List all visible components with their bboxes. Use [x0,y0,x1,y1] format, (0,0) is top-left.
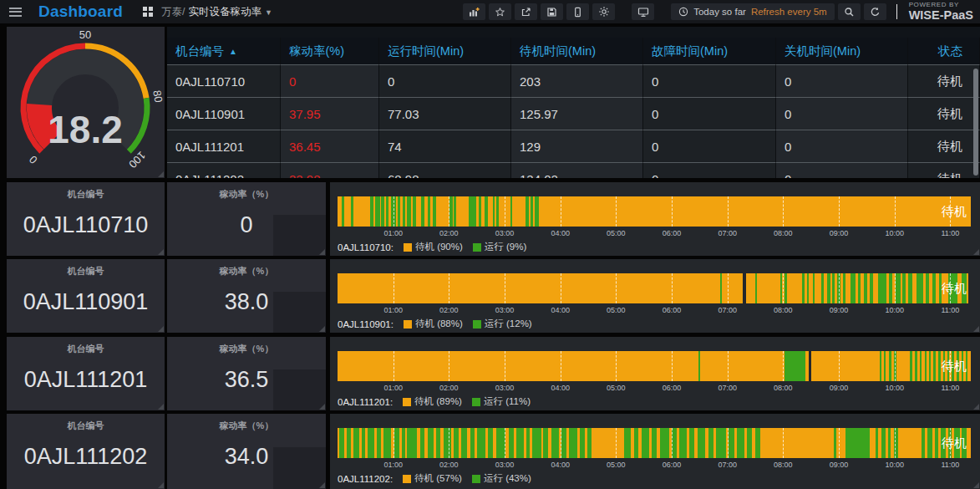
hour-gridline [895,351,896,381]
dashboards-grid-icon[interactable] [143,7,153,17]
legend-item[interactable]: 运行 (11%) [472,395,531,408]
panel-resize-handle[interactable] [319,326,325,332]
utilization-rate-panel: 稼动率（%）38.0 [167,259,326,333]
table-header-cell[interactable]: 机台编号▲ [167,38,281,65]
run-segment [755,273,757,303]
table-cell: 0AJL110901 [167,98,281,130]
panel-resize-handle[interactable] [158,326,164,332]
app-title: Dashboard [38,3,123,21]
run-segment [922,428,925,458]
add-panel-icon [469,7,480,18]
kiosk-mode-button[interactable] [632,3,654,20]
table-header-cell[interactable]: 运行时间(Min) [379,38,511,65]
search-icon [844,7,855,18]
legend-swatch [404,243,412,252]
panel-resize-handle[interactable] [973,249,979,255]
panel-resize-handle[interactable] [973,482,979,488]
breadcrumb-org: 万泰/ [161,5,185,19]
star-button[interactable] [489,3,511,20]
legend-item[interactable]: 待机 (90%) [404,241,463,253]
run-segment [339,428,344,458]
table-header-cell[interactable]: 状态 [908,38,980,65]
hour-label: 02:00 [439,229,459,237]
add-panel-button[interactable] [463,3,485,20]
hour-label: 01:00 [383,384,403,392]
run-segment [679,428,687,458]
legend-swatch [403,475,411,483]
save-button[interactable] [541,3,563,20]
mobile-button[interactable] [566,3,589,20]
legend-label: 待机 (57%) [414,472,462,485]
menu-icon[interactable] [9,8,22,17]
run-segment [889,273,892,303]
hour-label: 04:00 [551,384,570,392]
utilization-rate-panel: 稼动率（%）0 [167,182,326,256]
state-timeline-panel: 待机01:0002:0003:0004:0005:0006:0007:0008:… [330,259,980,333]
hour-gridline [672,273,673,303]
hour-gridline [783,196,784,227]
legend-label: 待机 (88%) [415,318,463,330]
panel-resize-handle[interactable] [158,482,164,488]
hour-gridline [394,351,394,381]
dashboard-page: Dashboard 万泰/ 实时设备稼动率 ▼ [0,0,980,489]
panel-resize-handle[interactable] [158,249,164,255]
hour-gridline [783,351,784,381]
hour-label: 05:00 [607,229,626,237]
panel-resize-handle[interactable] [158,171,164,177]
table-header-cell[interactable]: 稼动率(%) [281,38,379,65]
utilization-rate-title: 稼动率（%） [167,343,326,355]
panel-resize-handle[interactable] [319,249,325,255]
run-segment [832,273,835,303]
legend-swatch [403,398,411,406]
legend-item[interactable]: 运行 (9%) [473,241,526,253]
table-cell: 0 [379,65,511,98]
share-button[interactable] [515,3,537,20]
machine-id-title: 机台编号 [7,188,165,201]
run-segment [917,273,923,303]
table-cell: 36.45 [281,130,379,163]
current-state-label: 待机 [942,359,967,374]
monitor-icon [637,7,649,18]
legend-item[interactable]: 待机 (57%) [403,472,462,485]
hour-label: 08:00 [774,306,793,314]
legend-item[interactable]: 运行 (12%) [473,318,532,330]
run-segment [910,351,912,381]
table-header-cell[interactable]: 故障时间(Min) [643,38,776,65]
run-segment [935,428,939,458]
panel-resize-handle[interactable] [973,404,979,410]
table-header-cell[interactable]: 待机时间(Min) [511,38,643,65]
panel-resize-handle[interactable] [319,482,325,488]
table-cell: 0 [776,163,908,178]
settings-button[interactable] [592,3,615,20]
legend-item[interactable]: 待机 (89%) [403,395,462,408]
table-header-row: 机台编号▲稼动率(%)运行时间(Min)待机时间(Min)故障时间(Min)关机… [167,38,980,65]
legend-item[interactable]: 待机 (88%) [404,318,463,330]
table-scrollbar[interactable] [973,69,978,176]
hour-gridline [505,196,505,227]
refresh-button[interactable] [864,3,886,20]
run-segment [509,428,514,458]
breadcrumb[interactable]: 万泰/ 实时设备稼动率 ▼ [161,5,272,19]
run-segment [876,428,879,458]
panel-resize-handle[interactable] [973,326,979,332]
run-segment [652,428,657,458]
run-segment [461,428,468,458]
panel-resize-handle[interactable] [319,404,325,410]
brand-label: WISE-PaaS [909,9,973,22]
top-navbar: Dashboard 万泰/ 实时设备稼动率 ▼ [0,0,980,23]
state-timeline-panel: 待机01:0002:0003:0004:0005:0006:0007:0008:… [330,414,980,489]
run-segment [908,273,912,303]
hour-label: 05:00 [607,384,626,392]
hour-gridline [895,196,896,227]
table-header-cell[interactable]: 关机时间(Min) [776,38,908,65]
time-range-picker[interactable]: Today so far Refresh every 5m [671,3,834,20]
legend-item[interactable]: 运行 (43%) [472,472,531,485]
run-segment [689,428,693,458]
zoom-out-button[interactable] [838,3,861,20]
run-segment [889,351,891,381]
hour-label: 10:00 [885,461,904,469]
hour-gridline [728,351,729,381]
hour-label: 08:00 [774,229,793,237]
utilization-rate-title: 稼动率（%） [167,188,326,201]
panel-resize-handle[interactable] [158,404,164,410]
